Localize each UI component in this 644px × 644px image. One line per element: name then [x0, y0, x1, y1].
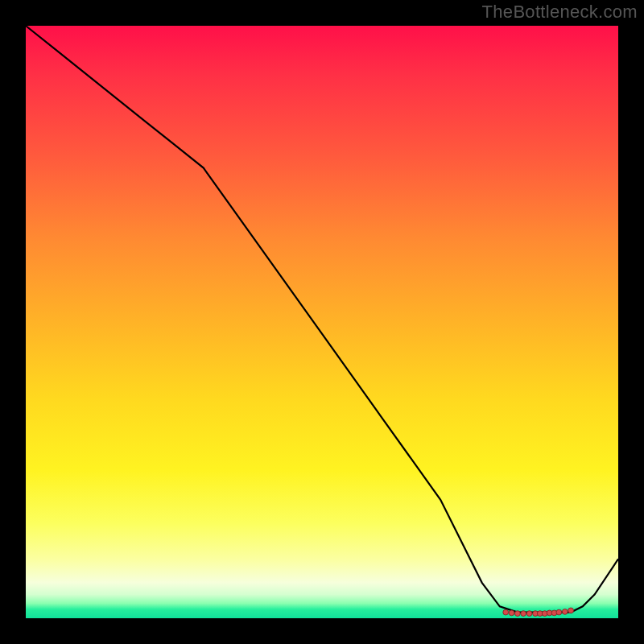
marker-dot: [568, 608, 574, 613]
curve-line: [26, 26, 618, 613]
chart-frame: TheBottleneck.com: [0, 0, 644, 644]
marker-dot: [521, 611, 526, 617]
marker-dot: [503, 609, 509, 615]
marker-dot: [562, 609, 568, 615]
chart-svg: [26, 26, 618, 618]
plot-area: [26, 26, 618, 618]
marker-dot: [509, 610, 514, 616]
highlight-markers: [503, 608, 574, 616]
marker-dot: [515, 611, 521, 617]
marker-dot: [526, 611, 532, 617]
marker-dot: [556, 609, 562, 615]
attribution-text: TheBottleneck.com: [482, 2, 638, 23]
